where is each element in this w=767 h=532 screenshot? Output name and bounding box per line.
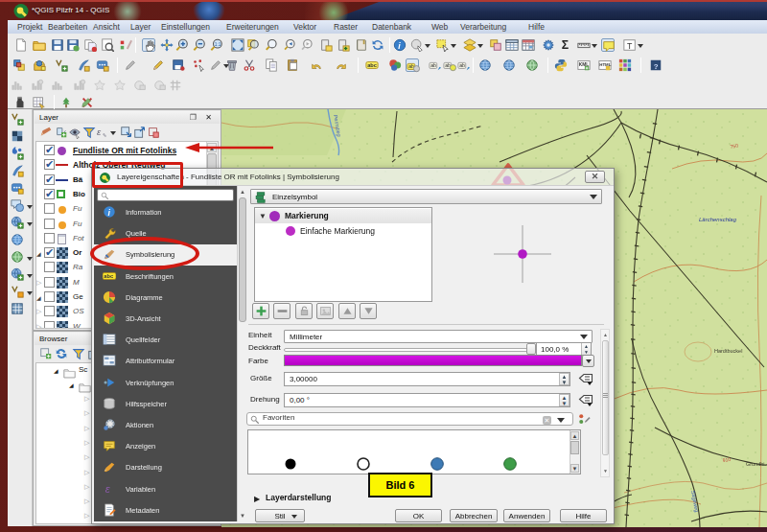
svg-text:Σ: Σ [562, 38, 569, 52]
svg-text:ab: ab [459, 62, 465, 68]
svg-text:✎: ✎ [103, 132, 106, 138]
svg-text:abc: abc [104, 273, 113, 279]
svg-text:ε: ε [105, 483, 111, 495]
svg-text:T: T [627, 41, 633, 51]
svg-text:Hardtbuckel: Hardtbuckel [714, 348, 742, 354]
svg-text:?: ? [654, 62, 659, 71]
svg-text:ab: ab [430, 62, 436, 68]
svg-text:abc: abc [367, 62, 377, 68]
svg-text:Lärchenschlag: Lärchenschlag [699, 217, 737, 222]
svg-text:Grundbi: Grundbi [746, 461, 765, 467]
svg-text:910: 910 [722, 456, 731, 463]
svg-text:ε: ε [97, 127, 102, 137]
svg-text:1:1: 1:1 [215, 42, 221, 47]
